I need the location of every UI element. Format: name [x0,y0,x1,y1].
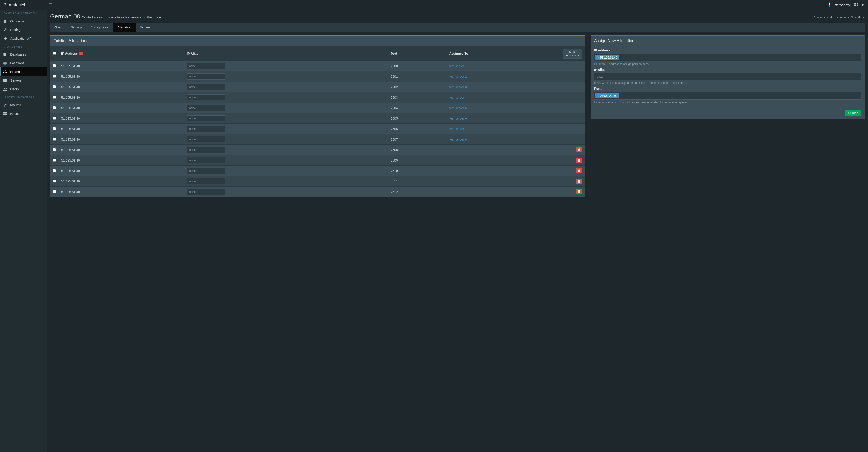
breadcrumb-item[interactable]: Admin [813,16,822,19]
row-checkbox[interactable] [53,138,56,141]
server-link[interactable]: test server 2 [450,75,467,79]
grid-icon[interactable] [854,3,858,6]
sidebar-item-users[interactable]: Users [0,85,47,93]
sidebar-item-application-api[interactable]: Application API [0,34,47,43]
alias-field[interactable] [187,94,225,100]
tab-about[interactable]: About [50,23,67,32]
alias-field[interactable] [187,73,225,80]
server-link[interactable]: test server [450,64,464,68]
alias-field[interactable] [187,84,225,90]
svg-rect-6 [854,5,855,6]
tab-configuration[interactable]: Configuration [86,23,114,32]
sidebar-item-settings[interactable]: Settings [0,26,47,34]
ip-tag-input[interactable]: × 51.195.61.40 [594,54,861,61]
breadcrumb-item[interactable]: main [839,16,846,19]
server-link[interactable]: test server 6 [450,117,467,120]
assign-footer: Submit [591,107,865,119]
remove-badge-icon[interactable] [80,52,83,55]
server-link[interactable]: test server 5 [450,106,467,110]
cell-port: 7511 [388,176,447,187]
server-link[interactable]: test server 3 [450,85,467,89]
ports-help: Enter individual ports or port ranges he… [594,101,861,104]
alias-field[interactable] [187,105,225,111]
delete-button[interactable] [576,147,582,152]
row-checkbox[interactable] [53,75,56,78]
row-checkbox[interactable] [53,117,56,120]
sidebar-item-nodes[interactable]: Nodes [0,67,47,76]
row-checkbox[interactable] [53,64,56,67]
ip-tag-value: 51.195.61.40 [600,56,617,59]
cell-port: 7506 [388,124,447,134]
tab-settings[interactable]: Settings [67,23,87,32]
sidebar-item-label: Users [10,87,19,91]
alias-field[interactable] [187,147,225,153]
alias-field[interactable] [187,63,225,69]
delete-button[interactable] [576,189,582,194]
table-row: 51.195.61.407512 [50,187,585,197]
delete-button[interactable] [576,168,582,173]
row-checkbox[interactable] [53,85,56,88]
sidebar-item-locations[interactable]: Locations [0,59,47,67]
th-port: Port [388,46,447,61]
row-checkbox[interactable] [53,180,56,182]
table-row: 51.195.61.407501test server 2 [50,71,585,82]
table-row: 51.195.61.407505test server 6 [50,113,585,124]
row-checkbox[interactable] [53,127,56,130]
row-checkbox[interactable] [53,158,56,161]
delete-button[interactable] [576,158,582,163]
delete-button[interactable] [576,179,582,184]
sidebar-item-overview[interactable]: Overview [0,17,47,26]
remove-tag-icon[interactable]: × [597,94,599,97]
table-row: 51.195.61.407506test server 7 [50,124,585,134]
row-checkbox[interactable] [53,106,56,109]
sidebar-item-mounts[interactable]: Mounts [0,101,47,109]
alias-field[interactable] [187,189,225,195]
cell-ip: 51.195.61.40 [59,165,184,176]
row-checkbox[interactable] [53,169,56,172]
hamburger-icon[interactable]: ☰ [47,3,55,7]
svg-rect-4 [856,5,857,5]
sitemap-icon [3,70,7,73]
table-row: 51.195.61.407508 [50,145,585,155]
trash-icon [578,180,580,183]
sidebar-item-databases[interactable]: Databases [0,50,47,59]
mass-actions-button[interactable]: Mass Actions [563,49,582,59]
ports-tag-input[interactable]: × 27000-27999 [594,92,861,99]
alias-field[interactable] [187,178,225,184]
sidebar-item-nests[interactable]: Nests [0,109,47,118]
svg-rect-24 [5,112,7,114]
server-link[interactable]: test server 7 [450,127,467,131]
svg-rect-26 [5,114,7,115]
brand[interactable]: Pterodactyl [3,2,47,7]
alias-input[interactable] [594,73,861,80]
row-checkbox[interactable] [53,148,56,151]
trash-icon [578,159,580,162]
alias-field[interactable] [187,157,225,163]
svg-rect-2 [857,3,858,4]
sidebar-item-label: Nodes [10,70,20,73]
sidebar-item-servers[interactable]: Servers [0,76,47,85]
cell-ip: 51.195.61.40 [59,187,184,197]
remove-tag-icon[interactable]: × [597,56,599,59]
database-icon [3,53,7,56]
row-checkbox[interactable] [53,96,56,99]
server-link[interactable]: test server 4 [450,96,467,99]
user-name[interactable]: Pterodactyl [834,3,851,7]
page-header: German-08 Control allocations available … [50,13,865,20]
home-icon [3,20,7,23]
alias-field[interactable] [187,115,225,121]
server-link[interactable]: test server 8 [450,138,467,141]
svg-point-22 [6,88,7,89]
submit-button[interactable]: Submit [845,110,861,116]
alias-field[interactable] [187,136,225,142]
select-all-checkbox[interactable] [53,52,56,55]
svg-rect-7 [856,5,857,6]
row-checkbox[interactable] [53,190,56,193]
select-all-cell [50,46,59,61]
tab-servers[interactable]: Servers [135,23,155,32]
alias-field[interactable] [187,168,225,174]
tab-allocation[interactable]: Allocation [114,23,135,32]
breadcrumb-item[interactable]: Nodes [826,16,835,19]
alias-field[interactable] [187,126,225,132]
logout-icon[interactable] [861,3,865,6]
